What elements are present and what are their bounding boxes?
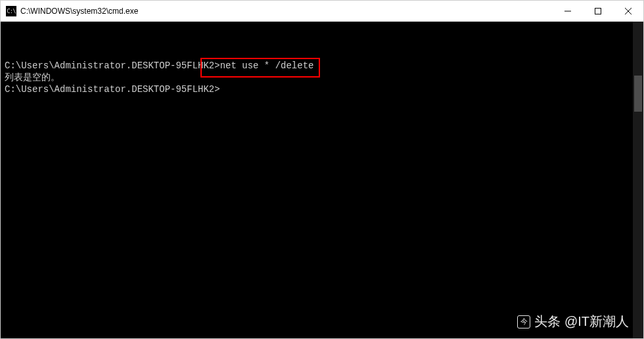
scrollbar-thumb[interactable]: [634, 76, 642, 112]
terminal-line: C:\Users\Administrator.DESKTOP-95FLHK2>n…: [5, 60, 639, 72]
titlebar[interactable]: C:\ C:\WINDOWS\system32\cmd.exe: [1, 1, 643, 22]
watermark-text: 头条 @IT新潮人: [534, 313, 629, 330]
scrollbar[interactable]: [633, 22, 643, 338]
window-title: C:\WINDOWS\system32\cmd.exe: [20, 7, 553, 16]
terminal-output: 列表是空的。: [5, 72, 639, 83]
prompt: C:\Users\Administrator.DESKTOP-95FLHK2>: [5, 84, 220, 95]
terminal-line: C:\Users\Administrator.DESKTOP-95FLHK2>: [5, 83, 639, 95]
close-button[interactable]: [613, 1, 643, 21]
watermark: 今 头条 @IT新潮人: [517, 313, 629, 330]
window-controls: [553, 1, 643, 21]
svg-rect-1: [595, 8, 601, 14]
cmd-window: C:\ C:\WINDOWS\system32\cmd.exe C:\Users…: [0, 0, 644, 339]
terminal-content: C:\Users\Administrator.DESKTOP-95FLHK2>n…: [1, 22, 643, 123]
minimize-button[interactable]: [553, 1, 583, 21]
cmd-icon: C:\: [6, 6, 16, 16]
command-text: net use * /delete: [220, 60, 314, 71]
watermark-icon: 今: [517, 315, 530, 328]
prompt: C:\Users\Administrator.DESKTOP-95FLHK2>: [5, 60, 220, 71]
terminal-area[interactable]: C:\Users\Administrator.DESKTOP-95FLHK2>n…: [1, 22, 643, 338]
maximize-button[interactable]: [583, 1, 613, 21]
